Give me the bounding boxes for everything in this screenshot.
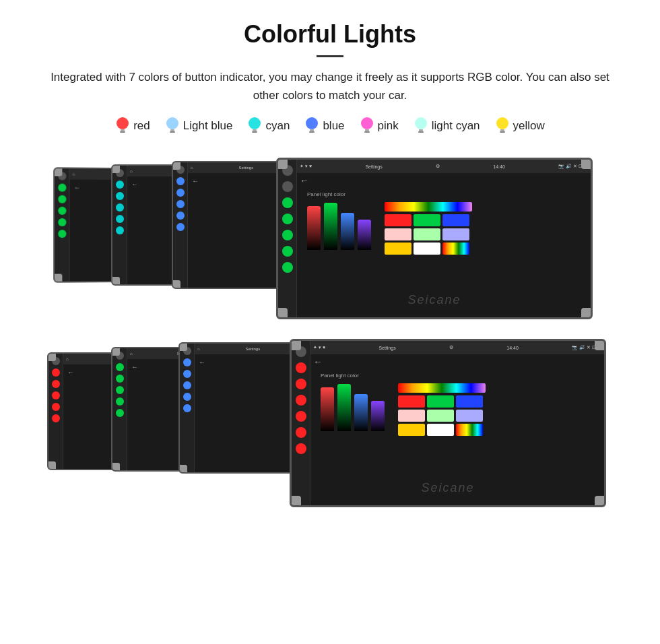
sidebar-c2-1	[116, 181, 124, 189]
panel-left-b: Panel light color	[321, 373, 385, 436]
color-item-blue: blue	[304, 117, 344, 135]
color-item-lightblue: Light blue	[165, 117, 233, 135]
svg-rect-23	[418, 131, 424, 133]
blue-bulb-icon	[304, 117, 319, 135]
sidebar-c3-3	[176, 200, 185, 208]
sidebar-main-c1	[282, 197, 293, 208]
swatch-lightpink	[385, 228, 411, 240]
svg-point-0	[117, 117, 129, 129]
svg-rect-27	[500, 131, 505, 133]
panel-right	[385, 202, 472, 255]
bar-green	[324, 203, 337, 250]
color-bars-b	[321, 384, 385, 431]
sidebar-main-c3	[282, 230, 293, 240]
svg-point-20	[415, 117, 427, 129]
page-container: Colorful Lights Integrated with 7 colors…	[0, 0, 660, 550]
mount-bl3	[172, 280, 180, 289]
sidebar-c2-2	[116, 192, 124, 200]
device-sidebar-1	[55, 169, 69, 282]
home-icon-3: ⌂	[191, 166, 193, 170]
svg-point-8	[249, 117, 261, 129]
color-label-lightblue: Light blue	[183, 119, 233, 133]
title-divider	[317, 55, 343, 57]
page-title: Colorful Lights	[27, 20, 633, 49]
device-sidebar-b3	[180, 344, 195, 472]
device-sidebar-2	[112, 166, 127, 284]
swatch-lightgreen	[414, 228, 440, 240]
device-sidebar-main	[278, 160, 297, 317]
bottom-device-row: ⌂ Settings ≡ ←	[27, 339, 633, 521]
yellow-bulb-icon	[495, 117, 510, 135]
sidebar-color-1	[58, 184, 66, 192]
rainbow-bar	[385, 202, 472, 212]
svg-point-16	[361, 117, 373, 129]
mount-bl-main	[276, 308, 288, 319]
device-sidebar-b2	[112, 348, 127, 470]
color-bars	[307, 203, 371, 250]
mount-bl2	[111, 277, 120, 286]
home-icon: ⌂	[73, 172, 75, 176]
mount-tl-main	[276, 158, 288, 169]
back-button-3: ←	[191, 176, 199, 185]
mount-tl	[53, 168, 62, 176]
time-main: 14:40	[493, 164, 505, 169]
svg-rect-7	[170, 131, 175, 133]
color-label-cyan: cyan	[265, 119, 290, 133]
sidebar-color-2	[58, 195, 66, 203]
sidebar-main-c5	[282, 262, 293, 273]
swatch-green	[414, 214, 440, 226]
svg-rect-19	[364, 131, 370, 133]
swatch-yellow	[385, 243, 411, 255]
swatch-multi	[442, 243, 469, 255]
swatch-lightblue	[442, 228, 469, 240]
color-label-pink: pink	[378, 119, 399, 133]
tune-icon-main: ⚙	[436, 164, 440, 169]
svg-rect-22	[419, 129, 423, 131]
svg-rect-11	[252, 131, 257, 133]
device-card-main-bottom: ✦ ▾ ♥ Settings ⚙ 14:40 📷 🔊 ✕ ⊡ ↩ ← Panel…	[290, 339, 606, 507]
sidebar-color-4	[58, 218, 66, 226]
sidebar-c2-4	[116, 215, 124, 223]
description-text: Integrated with 7 colors of button indic…	[40, 68, 620, 104]
swatch-grid-b	[398, 395, 486, 436]
device-card-main-top: ✦ ▾ ♥ Settings ⚙ 14:40 📷 🔊 ✕ ⊡ ↩ ← Panel…	[276, 158, 593, 319]
color-label-yellow: yellow	[513, 119, 545, 133]
settings-label-3: Settings	[238, 166, 253, 170]
panel-left: Panel light color	[307, 191, 371, 255]
device-sidebar-b1	[48, 354, 63, 469]
svg-rect-6	[170, 129, 174, 131]
sidebar-c3-1	[176, 177, 185, 185]
mount-tl3	[172, 161, 180, 170]
svg-rect-2	[121, 129, 125, 131]
bar-red	[307, 206, 321, 250]
panel-ui: Panel light color	[307, 191, 581, 255]
svg-rect-18	[365, 129, 369, 131]
swatch-white	[414, 243, 440, 255]
device-sidebar-main-b	[292, 341, 310, 505]
top-device-row: ⌂ Settings ≡ ←	[27, 154, 633, 329]
sidebar-color-3	[58, 207, 66, 215]
mount-br-main	[581, 308, 593, 319]
sidebar-c2-5	[116, 226, 124, 234]
color-label-blue: blue	[323, 119, 344, 133]
bar-blue1	[341, 213, 354, 250]
device-topbar-main-b: ✦ ▾ ♥ Settings ⚙ 14:40 📷 🔊 ✕ ⊡ ↩	[310, 341, 604, 354]
color-item-yellow: yellow	[495, 117, 545, 135]
panel-right-b	[398, 383, 486, 436]
lightblue-bulb-icon	[165, 117, 180, 135]
svg-rect-10	[253, 129, 257, 131]
cyan-bulb-icon	[247, 117, 262, 135]
back-button-2: ←	[131, 180, 139, 188]
back-button-1: ←	[73, 183, 81, 191]
bar-blue2	[358, 220, 371, 250]
sidebar-main-power	[282, 181, 293, 192]
pink-bulb-icon	[360, 117, 374, 135]
red-bulb-icon	[115, 117, 130, 135]
svg-point-4	[166, 117, 178, 129]
color-item-pink: pink	[360, 117, 399, 135]
sidebar-c3-5	[176, 223, 185, 231]
back-button-main: ←	[300, 176, 308, 185]
svg-rect-3	[120, 131, 125, 133]
svg-rect-14	[310, 129, 314, 131]
svg-rect-26	[500, 129, 504, 131]
